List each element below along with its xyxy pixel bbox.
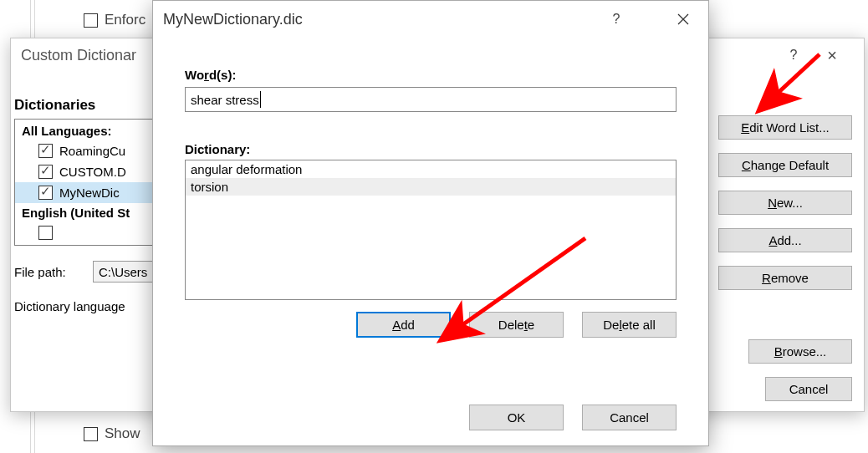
enforce-label: Enforc <box>105 12 146 28</box>
group-english: English (United St <box>15 203 161 222</box>
enforce-checkbox[interactable] <box>84 13 98 28</box>
custom-dict-title: Custom Dictionar <box>21 47 136 64</box>
checkbox-icon[interactable] <box>38 144 53 158</box>
text-cursor <box>260 91 261 108</box>
dictionary-listbox[interactable]: angular deformation torsion <box>185 160 677 300</box>
file-path-field[interactable]: C:\Users <box>93 261 155 282</box>
browse-button[interactable]: Browse...Browse... <box>748 339 852 364</box>
dictionaries-header: Dictionaries <box>14 97 161 114</box>
dict-item-label: CUSTOM.D <box>59 165 126 179</box>
checkbox-icon[interactable] <box>38 165 53 179</box>
help-icon[interactable]: ? <box>600 8 633 31</box>
list-item[interactable] <box>15 222 161 243</box>
word-input[interactable]: shear stress <box>185 87 677 112</box>
new-button[interactable]: New...New... <box>718 191 852 215</box>
list-item[interactable]: MyNewDic <box>15 182 161 203</box>
show-checkbox[interactable] <box>84 427 98 441</box>
list-item[interactable]: angular deformation <box>186 160 676 178</box>
checkbox-icon[interactable] <box>38 186 53 200</box>
list-item[interactable]: torsion <box>186 178 676 196</box>
cancel-button[interactable]: Cancel <box>582 405 677 430</box>
list-item[interactable]: RoamingCu <box>15 140 161 161</box>
checkbox-icon[interactable] <box>38 226 53 240</box>
word-value: shear stress <box>191 93 259 107</box>
dict-language-label: Dictionary language <box>14 299 161 313</box>
add-button[interactable]: AddAdd <box>356 312 451 338</box>
word-label: Word(s):Word(s): <box>185 68 677 82</box>
file-path-label: File path: <box>14 265 93 279</box>
cancel-button[interactable]: Cancel <box>765 377 852 401</box>
ok-button[interactable]: OK <box>469 405 564 430</box>
change-default-button[interactable]: Change DefaultChange Default <box>718 153 852 177</box>
dict-item-label: RoamingCu <box>59 144 125 158</box>
dict-item-label: MyNewDic <box>59 186 120 200</box>
close-icon[interactable]: × <box>666 8 700 31</box>
show-label: Show <box>105 425 140 442</box>
dictionary-label: Dictionary: <box>185 142 677 156</box>
add-dict-button[interactable]: Add...Add... <box>718 228 852 252</box>
delete-button[interactable]: DeleteDelete <box>469 312 564 338</box>
list-item[interactable]: CUSTOM.D <box>15 161 161 182</box>
remove-button[interactable]: RemoveRemove <box>718 266 852 290</box>
file-path-value: C:\Users <box>99 265 147 279</box>
edit-word-list-button[interactable]: EEdit Word List...dit Word List... <box>718 115 852 140</box>
edit-dialog-title: MyNewDictionary.dic <box>163 11 303 28</box>
edit-dictionary-dialog: MyNewDictionary.dic ? × Word(s):Word(s):… <box>152 0 709 446</box>
delete-all-button[interactable]: Delete allDelete all <box>582 312 677 338</box>
help-icon[interactable]: ? <box>777 43 810 67</box>
close-icon[interactable]: × <box>815 43 849 67</box>
group-all-languages: All Languages: <box>15 121 161 140</box>
